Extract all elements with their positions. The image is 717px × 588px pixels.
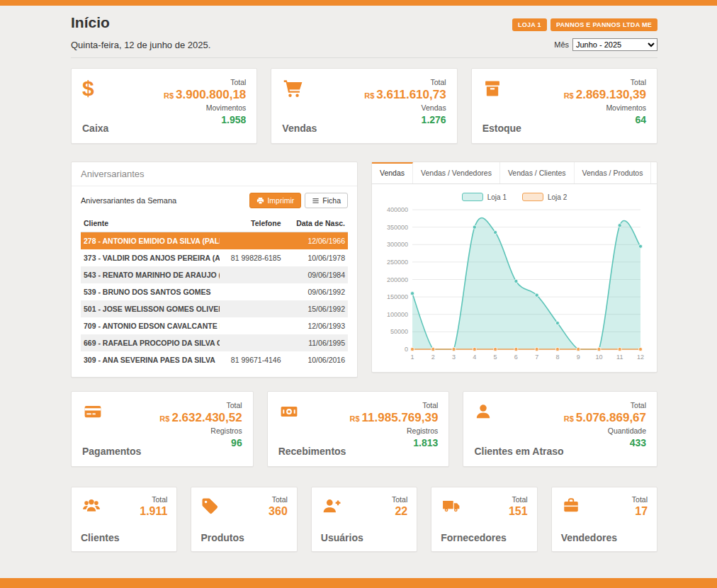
mini-card-produtos: Total 360 Produtos xyxy=(191,487,297,552)
count-label: Registros xyxy=(407,426,438,435)
top-accent-bar xyxy=(0,0,717,6)
count-value: 96 xyxy=(231,437,242,448)
ficha-button[interactable]: Ficha xyxy=(305,193,348,208)
summary-row-bottom: Total 1.911 Clientes Total 360 Produtos xyxy=(71,487,657,552)
dashboard-container: Início LOJA 1 PANNOS E PANNOS LTDA ME Qu… xyxy=(71,6,657,552)
svg-text:11: 11 xyxy=(616,354,623,361)
store-badge[interactable]: LOJA 1 xyxy=(512,18,547,31)
sales-tabs: Vendas Vendas / Vendedores Vendas / Clie… xyxy=(372,162,657,184)
birthdays-table: Cliente Telefone Data de Nasc. 278 - ANT… xyxy=(81,215,348,368)
tab-vendas-vendedores[interactable]: Vendas / Vendedores xyxy=(413,162,500,183)
table-row[interactable]: 501 - JOSE WELISSON GOMES OLIVEIR... 15/… xyxy=(81,300,348,317)
tab-vendas-produtos[interactable]: Vendas / Produtos xyxy=(575,162,652,183)
svg-text:0: 0 xyxy=(405,346,408,353)
user-icon xyxy=(474,401,498,422)
mini-card-fornecedores: Total 151 Fornecedores xyxy=(431,487,537,552)
table-row[interactable]: 373 - VALDIR DOS ANJOS PEREIRA (AN... 81… xyxy=(81,249,348,266)
birthdays-toolbar: Aniversariantes da Semana Imprimir Ficha xyxy=(72,186,357,215)
col-telefone: Telefone xyxy=(220,215,283,232)
svg-text:5: 5 xyxy=(494,354,497,361)
stat-card-recebimentos: Recebimentos Total R$11.985.769,39 Regis… xyxy=(267,391,450,467)
legend-item-loja1[interactable]: Loja 1 xyxy=(462,193,507,201)
truck-icon xyxy=(441,495,465,516)
total-label: Total xyxy=(631,78,646,86)
count-value: 64 xyxy=(635,114,646,125)
month-picker: Mês Junho - 2025 xyxy=(554,38,657,51)
count-value: 433 xyxy=(630,437,646,448)
printer-icon xyxy=(256,197,264,205)
count-label: Vendas xyxy=(422,103,446,112)
date-row: Quinta-feira, 12 de junho de 2025. Mês J… xyxy=(71,38,657,58)
svg-text:350000: 350000 xyxy=(387,224,408,231)
total-label: Total xyxy=(512,495,527,504)
total-value: R$3.611.610,73 xyxy=(364,89,446,101)
total-value: R$2.869.130,39 xyxy=(564,89,646,101)
mini-card-label: Clientes xyxy=(81,532,167,543)
total-label: Total xyxy=(392,495,407,504)
svg-text:50000: 50000 xyxy=(390,328,408,335)
table-row[interactable]: 309 - ANA SEVERINA PAES DA SILVA 81 9967… xyxy=(81,351,348,368)
svg-text:7: 7 xyxy=(535,354,538,361)
cart-icon xyxy=(282,78,306,99)
table-row[interactable]: 539 - BRUNO DOS SANTOS GOMES 09/06/1992 xyxy=(81,283,348,300)
users-icon xyxy=(81,495,105,516)
svg-text:8: 8 xyxy=(555,354,559,361)
stat-card-label: Clientes em Atraso xyxy=(474,446,563,457)
sales-chart: 0500001000001500002000002500003000003500… xyxy=(380,204,649,363)
total-label: Total xyxy=(230,78,246,86)
count-value: 151 xyxy=(509,505,528,518)
count-value: 22 xyxy=(395,505,407,518)
page-title: Início xyxy=(71,14,110,31)
credit-card-icon xyxy=(82,401,106,422)
legend-item-loja2[interactable]: Loja 2 xyxy=(522,193,567,201)
table-row[interactable]: 669 - RAFAELA PROCOPIO DA SILVA CA... 11… xyxy=(81,334,348,351)
svg-text:4: 4 xyxy=(473,354,476,361)
total-label: Total xyxy=(227,401,242,409)
current-date: Quinta-feira, 12 de junho de 2025. xyxy=(71,40,210,50)
list-icon xyxy=(312,197,320,205)
loja2-swatch xyxy=(522,193,543,201)
table-row[interactable]: 543 - RENATO MARINHO DE ARAUJO (F... 09/… xyxy=(81,266,348,283)
briefcase-icon xyxy=(561,495,585,516)
svg-text:3: 3 xyxy=(452,354,456,361)
stat-card-label: Recebimentos xyxy=(278,446,346,457)
col-data-nasc: Data de Nasc. xyxy=(284,215,348,232)
bottom-accent-bar xyxy=(0,578,717,588)
mini-card-label: Fornecedores xyxy=(441,532,527,543)
print-button[interactable]: Imprimir xyxy=(249,193,301,208)
company-badge[interactable]: PANNOS E PANNOS LTDA ME xyxy=(551,18,657,31)
count-value: 360 xyxy=(269,505,288,518)
stat-card-caixa: $ Caixa Total R$3.900.800,18 Movimentos … xyxy=(71,68,257,144)
mini-card-label: Usuários xyxy=(321,532,407,543)
count-value: 1.958 xyxy=(221,114,246,125)
svg-text:1: 1 xyxy=(410,354,414,361)
month-label: Mês xyxy=(554,40,569,49)
count-label: Quantidade xyxy=(608,426,646,435)
middle-row: Aniversariantes Aniversariantes da Seman… xyxy=(71,162,657,378)
total-label: Total xyxy=(430,78,446,86)
count-value: 1.911 xyxy=(140,505,167,518)
birthdays-title: Aniversariantes xyxy=(72,162,357,186)
loja1-swatch xyxy=(462,193,483,201)
birthdays-panel: Aniversariantes Aniversariantes da Seman… xyxy=(71,162,358,378)
table-row[interactable]: 278 - ANTONIO EMIDIO DA SILVA (PALE... 1… xyxy=(81,232,348,250)
svg-text:10: 10 xyxy=(595,354,602,361)
tab-vendas[interactable]: Vendas xyxy=(372,162,413,183)
dollar-icon: $ xyxy=(82,78,106,99)
legend-label: Loja 2 xyxy=(548,193,567,201)
table-row[interactable]: 709 - ANTONIO EDSON CAVALCANTE D... 12/0… xyxy=(81,317,348,334)
svg-text:200000: 200000 xyxy=(387,276,408,283)
month-select[interactable]: Junho - 2025 xyxy=(572,38,657,51)
summary-row-mid: Pagamentos Total R$2.632.430,52 Registro… xyxy=(71,391,657,467)
total-value: R$3.900.800,18 xyxy=(164,89,246,101)
total-value: R$11.985.769,39 xyxy=(350,412,439,424)
total-value: R$2.632.430,52 xyxy=(159,412,242,424)
mini-card-label: Produtos xyxy=(201,532,287,543)
stat-card-label: Estoque xyxy=(482,123,521,134)
count-label: Movimentos xyxy=(206,103,247,112)
stat-card-estoque: Estoque Total R$2.869.130,39 Movimentos … xyxy=(471,68,657,144)
svg-text:2: 2 xyxy=(431,354,435,361)
count-label: Movimentos xyxy=(606,103,646,112)
mini-card-label: Vendedores xyxy=(561,532,648,543)
tab-vendas-clientes[interactable]: Vendas / Clientes xyxy=(500,162,575,183)
